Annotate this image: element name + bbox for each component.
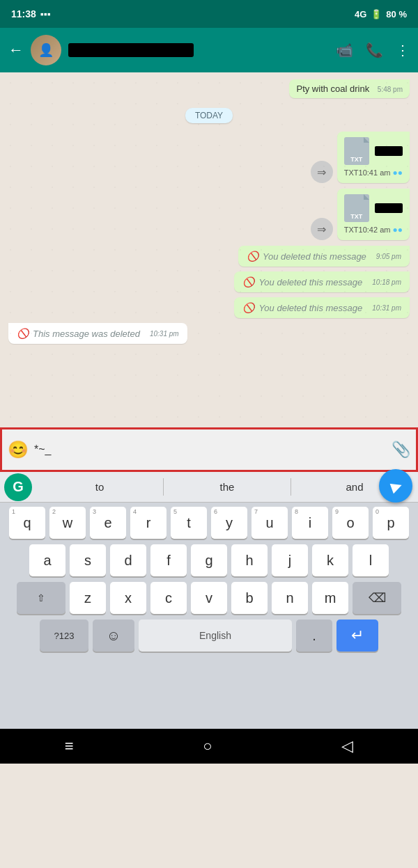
file-type-label-1: TXT: [344, 168, 359, 177]
signal-icon: ▪▪▪: [40, 8, 51, 19]
ban-icon-in: 🚫: [17, 328, 29, 339]
deleted-text-3: You deleted this message: [258, 303, 362, 313]
nav-home-icon[interactable]: ○: [203, 737, 212, 755]
file-meta-1: TXT 10:41 am ●●: [344, 168, 403, 177]
ban-icon-1: 🚫: [247, 251, 258, 262]
key-row-4: ?123 ☺ English . ↵: [3, 620, 415, 652]
key-p[interactable]: 0p: [373, 507, 409, 539]
key-f[interactable]: f: [150, 544, 187, 576]
file-row-2: TXT: [344, 194, 403, 222]
key-v[interactable]: v: [191, 582, 227, 614]
keys-section: 1q 2w 3e 4r 5t 6y 7u 8i 9o 0p a s d f g …: [0, 503, 418, 652]
txt-file-icon-1: TXT: [344, 137, 369, 165]
deleted-message-out-3: 🚫 You deleted this message 10:31 pm: [234, 297, 410, 318]
enter-key[interactable]: ↵: [336, 620, 378, 652]
emoji-key[interactable]: ☺: [93, 620, 134, 652]
send-button[interactable]: ▶: [379, 469, 412, 503]
file-message-2: ⇒ TXT TXT 10:42 am ●●: [311, 189, 410, 240]
attach-button[interactable]: 📎: [392, 441, 410, 459]
deleted-message-out-1: 🚫 You deleted this message 9:05 pm: [238, 246, 410, 267]
battery-icon: 🔋: [371, 9, 382, 19]
key-c[interactable]: c: [150, 582, 187, 614]
key-q[interactable]: 1q: [9, 507, 45, 539]
key-h[interactable]: h: [231, 544, 268, 576]
send-icon: ▶: [388, 476, 403, 496]
key-u[interactable]: 7u: [251, 507, 288, 539]
deleted-time-3: 10:31 pm: [372, 304, 401, 312]
deleted-text-2: You deleted this message: [258, 277, 362, 287]
key-r[interactable]: 4r: [130, 507, 167, 539]
key-e[interactable]: 3e: [90, 507, 126, 539]
file-time-2: 10:42 am ●●: [359, 225, 403, 235]
key-y[interactable]: 6y: [211, 507, 247, 539]
dot-key[interactable]: .: [296, 620, 332, 652]
key-j[interactable]: j: [272, 544, 308, 576]
file-bubble-1: TXT TXT 10:41 am ●●: [337, 132, 410, 183]
key-n[interactable]: n: [272, 582, 308, 614]
file-bubble-2: TXT TXT 10:42 am ●●: [337, 189, 410, 240]
key-o[interactable]: 9o: [332, 507, 369, 539]
suggestion-the[interactable]: the: [164, 478, 291, 496]
deleted-time-1: 9:05 pm: [376, 253, 401, 260]
grammarly-letter: G: [13, 479, 24, 495]
file-meta-2: TXT 10:42 am ●●: [344, 225, 403, 235]
network-label: 4G: [355, 9, 366, 19]
nav-back-icon[interactable]: ◁: [341, 737, 353, 755]
ban-icon-2: 🚫: [242, 276, 254, 287]
emoji-button[interactable]: 😊: [8, 440, 29, 459]
date-divider: TODAY: [185, 108, 233, 123]
more-options-icon[interactable]: ⋮: [396, 42, 410, 58]
key-s[interactable]: s: [70, 544, 106, 576]
contact-name-redacted: [68, 43, 194, 57]
date-divider-text: TODAY: [185, 108, 233, 123]
status-bar: 11:38 ▪▪▪ 4G 🔋 80 %: [0, 0, 418, 28]
file-name-redacted-1: [375, 146, 403, 156]
key-z[interactable]: z: [70, 582, 106, 614]
back-button[interactable]: ←: [8, 41, 24, 59]
key-g[interactable]: g: [191, 544, 227, 576]
key-row-3: ⇧ z x c v b n m ⌫: [3, 582, 415, 614]
suggestion-to[interactable]: to: [36, 478, 164, 496]
key-a[interactable]: a: [29, 544, 65, 576]
header-action-icons: 📹 📞 ⋮: [336, 42, 410, 58]
battery-label: 80 %: [386, 9, 407, 19]
read-ticks-2: ●●: [393, 225, 403, 235]
keyboard[interactable]: G to the and 1q 2w 3e 4r 5t 6y 7u 8i 9o …: [0, 472, 418, 729]
video-call-icon[interactable]: 📹: [336, 42, 353, 58]
grammarly-button[interactable]: G: [4, 473, 32, 501]
key-m[interactable]: m: [312, 582, 348, 614]
txt-file-icon-2: TXT: [344, 194, 369, 222]
deleted-time-in: 10:31 pm: [150, 330, 179, 338]
message-time-old: 5:48 pm: [378, 86, 403, 93]
forward-icon-1: ⇒: [311, 161, 333, 183]
shift-key[interactable]: ⇧: [17, 582, 65, 614]
nav-menu-icon[interactable]: ≡: [65, 737, 74, 755]
status-icons-area: 4G 🔋 80 %: [355, 9, 407, 19]
file-name-redacted-2: [375, 203, 403, 213]
key-k[interactable]: k: [312, 544, 348, 576]
key-l[interactable]: l: [353, 544, 389, 576]
file-type-label-2: TXT: [344, 226, 359, 234]
deleted-text-in: This message was deleted: [33, 329, 140, 339]
message-input-bar[interactable]: 😊 📎: [0, 427, 418, 472]
num-key[interactable]: ?123: [40, 620, 88, 652]
key-t[interactable]: 5t: [171, 507, 207, 539]
message-bubble-old: Pty with coal drink 5:48 pm: [289, 79, 410, 98]
status-time-area: 11:38 ▪▪▪: [11, 8, 51, 19]
file-time-1: 10:41 am ●●: [359, 168, 403, 177]
suggestions-row: G to the and: [0, 472, 418, 503]
voice-call-icon[interactable]: 📞: [366, 42, 383, 58]
delete-key[interactable]: ⌫: [353, 582, 401, 614]
key-w[interactable]: 2w: [49, 507, 86, 539]
message-input[interactable]: [34, 443, 386, 456]
ban-icon-3: 🚫: [242, 302, 254, 313]
key-x[interactable]: x: [110, 582, 146, 614]
key-b[interactable]: b: [231, 582, 268, 614]
key-d[interactable]: d: [110, 544, 146, 576]
chat-header: ← 👤 📹 📞 ⋮: [0, 28, 418, 72]
forward-icon-2: ⇒: [311, 218, 333, 240]
key-i[interactable]: 8i: [292, 507, 328, 539]
avatar[interactable]: 👤: [31, 35, 61, 65]
space-key[interactable]: English: [139, 620, 292, 652]
nav-bar: ≡ ○ ◁: [0, 729, 418, 764]
